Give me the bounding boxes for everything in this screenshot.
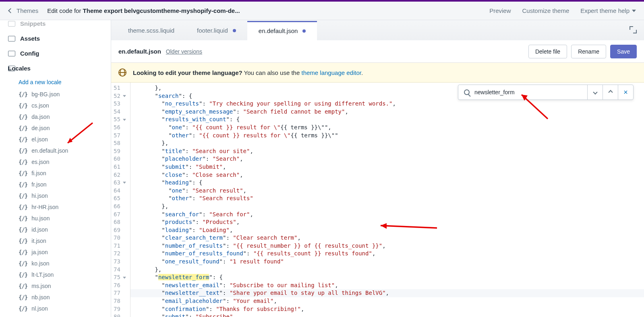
- file-label: en.default.json: [31, 147, 68, 154]
- file-item[interactable]: {/}hr-HR.json: [0, 201, 111, 213]
- json-file-icon: {/}: [19, 226, 27, 233]
- customize-link[interactable]: Customize theme: [522, 7, 569, 14]
- folder-icon: [8, 36, 15, 41]
- file-label: es.json: [31, 159, 49, 165]
- json-file-icon: {/}: [19, 102, 27, 109]
- file-item[interactable]: {/}nb.json: [0, 292, 111, 303]
- file-label: el.json: [31, 136, 48, 143]
- save-button[interactable]: Save: [610, 45, 637, 58]
- file-item[interactable]: {/}ms.json: [0, 280, 111, 292]
- json-file-icon: {/}: [19, 271, 27, 278]
- code-line[interactable]: "placeholder": "Search",: [135, 155, 644, 163]
- code-line[interactable]: "search_for": "Search for",: [135, 211, 644, 219]
- file-label: ms.json: [31, 283, 51, 289]
- preview-link[interactable]: Preview: [489, 7, 511, 14]
- unsaved-dot-icon: [302, 29, 306, 33]
- json-file-icon: {/}: [19, 181, 27, 188]
- back-label: Themes: [17, 7, 38, 14]
- folder-locales[interactable]: Locales: [0, 61, 111, 76]
- file-item[interactable]: {/}ja.json: [0, 247, 111, 258]
- tab-footer-liquid[interactable]: footer.liquid: [186, 21, 247, 40]
- code-line[interactable]: "one": "{{ count }} result for \"{{ term…: [135, 124, 644, 132]
- tab-en-default[interactable]: en.default.json: [247, 21, 317, 41]
- code-line[interactable]: "no_results": "Try checking your spellin…: [135, 100, 644, 108]
- json-file-icon: {/}: [19, 170, 27, 176]
- code-line[interactable]: "title": "Search our site",: [135, 147, 644, 155]
- json-file-icon: {/}: [19, 204, 27, 210]
- file-label: id.json: [31, 226, 48, 233]
- code-line[interactable]: "newsletter_form": {: [135, 273, 644, 282]
- json-file-icon: {/}: [19, 215, 27, 222]
- code-line[interactable]: "other": "{{ count }} results for \"{{ t…: [135, 132, 644, 140]
- code-line[interactable]: },: [135, 203, 644, 211]
- file-item[interactable]: {/}it.json: [0, 235, 111, 247]
- tab-theme-scss[interactable]: theme.scss.liquid: [117, 21, 186, 40]
- json-file-icon: {/}: [19, 283, 27, 289]
- file-item[interactable]: {/}en.default.json: [0, 145, 111, 156]
- file-item[interactable]: {/}hu.json: [0, 213, 111, 224]
- code-line[interactable]: "newsletter_email": "Subscribe to our ma…: [135, 282, 644, 290]
- code-line[interactable]: },: [135, 139, 644, 147]
- theme-language-editor-link[interactable]: theme language editor: [301, 69, 361, 76]
- file-item[interactable]: {/}da.json: [0, 111, 111, 122]
- expert-help-link[interactable]: Expert theme help: [580, 7, 636, 14]
- older-versions-link[interactable]: Older versions: [166, 48, 202, 55]
- file-label: nb.json: [31, 294, 50, 300]
- file-item[interactable]: {/}id.json: [0, 224, 111, 235]
- file-label: lt-LT.json: [31, 271, 54, 278]
- json-file-icon: {/}: [19, 147, 27, 154]
- code-line[interactable]: "other": "Search results": [135, 195, 644, 203]
- code-line[interactable]: },: [135, 266, 644, 274]
- file-item[interactable]: {/}cs.json: [0, 100, 111, 111]
- code-line[interactable]: "products": "Products",: [135, 218, 644, 226]
- code-line[interactable]: "newsletter__text": "Share ypor email to…: [130, 289, 644, 297]
- code-line[interactable]: "empty_search_message": "Search field ca…: [135, 108, 644, 116]
- file-item[interactable]: {/}fi.json: [0, 168, 111, 179]
- code-editor[interactable]: 51 52 53 54 55 56 57 58 59 60 61 62 63 6…: [111, 83, 644, 317]
- search-input[interactable]: [474, 89, 582, 95]
- file-label: cs.json: [31, 102, 49, 109]
- file-item[interactable]: {/}de.json: [0, 122, 111, 134]
- folder-assets[interactable]: Assets: [0, 31, 111, 46]
- back-link[interactable]: Themes: [8, 7, 38, 14]
- code-line[interactable]: "number_of_results_found": "{{ results_c…: [135, 250, 644, 258]
- file-label: it.json: [31, 238, 46, 244]
- code-line[interactable]: "close": "Close search",: [135, 171, 644, 179]
- folder-snippets[interactable]: Snippets: [0, 20, 111, 31]
- chevron-down-icon: [632, 10, 636, 12]
- search-prev-button[interactable]: [603, 85, 618, 99]
- file-item[interactable]: {/}bg-BG.json: [0, 89, 111, 100]
- code-line[interactable]: "one_result_found": "1 result found": [135, 258, 644, 266]
- search-next-button[interactable]: [587, 85, 603, 99]
- folder-config[interactable]: Config: [0, 46, 111, 61]
- code-line[interactable]: "one": "Search result",: [135, 187, 644, 195]
- chevron-up-icon: [608, 90, 613, 94]
- code-line[interactable]: "submit": "Subscribe": [135, 313, 644, 317]
- code-line[interactable]: "submit": "Submit",: [135, 163, 644, 171]
- search-panel: ×: [458, 85, 634, 100]
- json-file-icon: {/}: [19, 114, 27, 120]
- code-line[interactable]: "clear_search_term": "Clear search term"…: [135, 234, 644, 242]
- code-line[interactable]: "number_of_results": "{{ result_number }…: [135, 242, 644, 250]
- file-item[interactable]: {/}el.json: [0, 134, 111, 145]
- folder-icon: [8, 51, 15, 56]
- chevron-left-icon: [8, 8, 13, 13]
- json-file-icon: {/}: [19, 238, 27, 244]
- file-item[interactable]: {/}fr.json: [0, 179, 111, 190]
- code-line[interactable]: "confirmation": "Thanks for subscribing!…: [135, 305, 644, 313]
- code-line[interactable]: "heading": {: [135, 179, 644, 187]
- file-item[interactable]: {/}lt-LT.json: [0, 269, 111, 280]
- code-line[interactable]: "results_with_count": {: [135, 116, 644, 124]
- file-item[interactable]: {/}hi.json: [0, 190, 111, 201]
- delete-file-button[interactable]: Delete file: [528, 45, 567, 58]
- search-close-button[interactable]: ×: [618, 85, 633, 99]
- file-item[interactable]: {/}es.json: [0, 156, 111, 168]
- rename-button[interactable]: Rename: [571, 45, 606, 58]
- code-content[interactable]: }, "search": { "no_results": "Try checki…: [130, 83, 644, 317]
- fullscreen-button[interactable]: [622, 21, 644, 40]
- file-item[interactable]: {/}ko.json: [0, 258, 111, 269]
- add-locale-link[interactable]: Add a new locale: [0, 76, 111, 89]
- code-line[interactable]: "email_placeholder": "Your email",: [135, 297, 644, 305]
- file-item[interactable]: {/}nl.json: [0, 303, 111, 314]
- code-line[interactable]: "loading": "Loading",: [135, 226, 644, 234]
